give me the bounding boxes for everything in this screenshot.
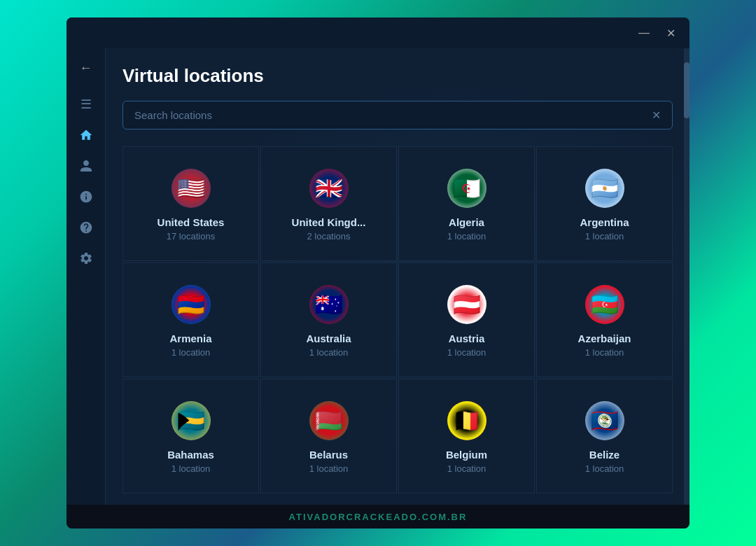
search-bar: ✕: [122, 101, 673, 130]
location-name: Azerbaijan: [578, 332, 631, 344]
location-name: Belgium: [446, 449, 487, 461]
locations-grid: 🇺🇸United States17 locations🇬🇧United King…: [122, 146, 673, 493]
page-title: Virtual locations: [122, 65, 673, 87]
location-card[interactable]: 🇬🇧United Kingd...2 locations: [260, 146, 397, 261]
location-name: Australia: [306, 332, 351, 344]
main-content: Virtual locations ✕ 🇺🇸United States17 lo…: [106, 48, 690, 505]
location-name: Austria: [449, 332, 485, 344]
location-name: United Kingd...: [292, 216, 366, 228]
location-card[interactable]: 🇦🇺Australia1 location: [260, 262, 397, 377]
location-name: Algeria: [449, 216, 484, 228]
app-window: — ✕ ← ☰: [66, 18, 690, 528]
location-name: Armenia: [169, 332, 211, 344]
sidebar-menu-icon[interactable]: ☰: [72, 90, 100, 118]
location-name: Belarus: [309, 449, 348, 461]
sidebar-help-icon[interactable]: [72, 214, 100, 241]
flag-icon: 🇦🇷: [585, 169, 624, 208]
location-count: 1 location: [172, 463, 211, 474]
location-card[interactable]: 🇦🇷Argentina1 location: [536, 146, 673, 261]
location-name: Bahamas: [167, 449, 214, 461]
content-area: Virtual locations ✕ 🇺🇸United States17 lo…: [106, 48, 690, 505]
sidebar-settings-icon[interactable]: [72, 244, 100, 272]
sidebar-user-icon[interactable]: [72, 152, 100, 180]
location-name: Argentina: [580, 216, 629, 228]
location-count: 17 locations: [167, 231, 215, 241]
minimize-button[interactable]: —: [636, 24, 652, 42]
location-count: 1 location: [585, 347, 624, 358]
location-card[interactable]: 🇩🇿Algeria1 location: [398, 146, 535, 261]
location-count: 1 location: [447, 463, 486, 474]
flag-icon: 🇧🇿: [585, 401, 624, 440]
flag-icon: 🇧🇸: [172, 401, 211, 440]
location-card[interactable]: 🇧🇪Belgium1 location: [398, 379, 535, 493]
location-card[interactable]: 🇦🇿Azerbaijan1 location: [536, 262, 673, 377]
location-card[interactable]: 🇧🇾Belarus1 location: [260, 379, 397, 493]
flag-icon: 🇧🇾: [309, 401, 349, 440]
flag-icon: 🇩🇿: [447, 169, 486, 208]
search-input[interactable]: [134, 109, 652, 121]
flag-icon: 🇧🇪: [447, 401, 486, 440]
location-card[interactable]: 🇧🇸Bahamas1 location: [122, 379, 259, 493]
flag-icon: 🇬🇧: [309, 169, 349, 208]
location-count: 1 location: [585, 463, 624, 474]
location-card[interactable]: 🇺🇸United States17 locations: [122, 146, 259, 261]
flag-icon: 🇦🇹: [447, 285, 486, 324]
location-card[interactable]: 🇦🇲Armenia1 location: [122, 262, 259, 377]
location-count: 1 location: [172, 347, 211, 358]
title-bar-controls: — ✕: [636, 24, 678, 43]
title-bar: — ✕: [66, 18, 690, 48]
location-card[interactable]: 🇧🇿Belize1 location: [536, 379, 673, 493]
flag-icon: 🇦🇺: [309, 285, 349, 324]
search-clear-button[interactable]: ✕: [652, 108, 661, 122]
footer-bar: ATIVADORCRACKEADO.COM.BR: [66, 505, 690, 528]
sidebar: ← ☰: [66, 48, 106, 505]
flag-icon: 🇦🇲: [172, 285, 211, 324]
location-count: 1 location: [309, 347, 349, 358]
flag-icon: 🇦🇿: [585, 285, 624, 324]
location-count: 2 locations: [307, 231, 350, 241]
sidebar-back-button[interactable]: ←: [72, 54, 100, 82]
sidebar-info-icon[interactable]: [72, 183, 100, 211]
location-card[interactable]: 🇦🇹Austria1 location: [398, 262, 535, 377]
sidebar-home-icon[interactable]: [72, 121, 100, 149]
flag-icon: 🇺🇸: [172, 169, 211, 208]
location-count: 1 location: [447, 231, 486, 241]
location-count: 1 location: [447, 347, 486, 358]
location-name: Belize: [589, 449, 620, 461]
location-count: 1 location: [309, 463, 349, 474]
footer-text: ATIVADORCRACKEADO.COM.BR: [289, 512, 468, 522]
close-button[interactable]: ✕: [664, 24, 678, 43]
app-body: ← ☰ Virtual locations: [66, 48, 690, 505]
location-name: United States: [158, 216, 225, 228]
location-count: 1 location: [585, 231, 624, 241]
